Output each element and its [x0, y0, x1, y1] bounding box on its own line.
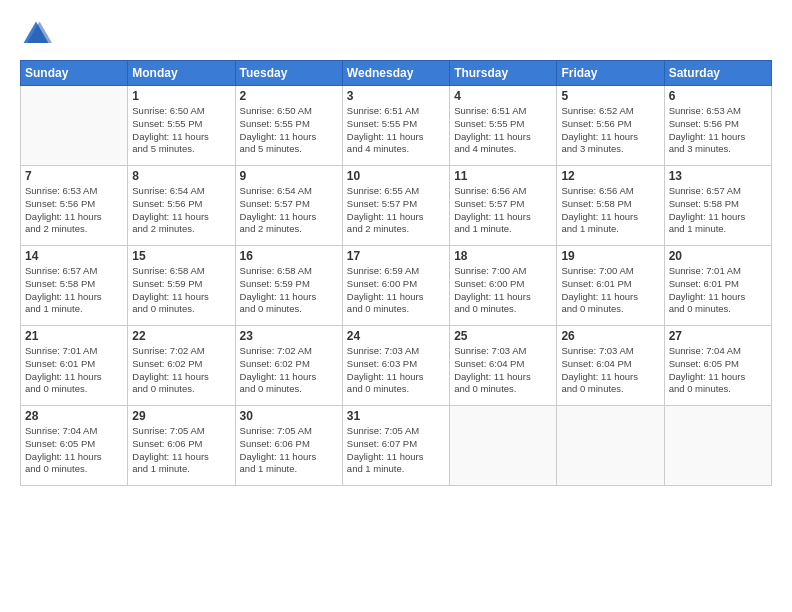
week-row-4: 21Sunrise: 7:01 AMSunset: 6:01 PMDayligh… [21, 326, 772, 406]
day-header-thursday: Thursday [450, 61, 557, 86]
calendar-cell: 7Sunrise: 6:53 AMSunset: 5:56 PMDaylight… [21, 166, 128, 246]
calendar-cell: 26Sunrise: 7:03 AMSunset: 6:04 PMDayligh… [557, 326, 664, 406]
day-info: Sunrise: 6:57 AMSunset: 5:58 PMDaylight:… [25, 265, 123, 316]
day-info: Sunrise: 7:01 AMSunset: 6:01 PMDaylight:… [669, 265, 767, 316]
day-info: Sunrise: 7:03 AMSunset: 6:04 PMDaylight:… [561, 345, 659, 396]
header [20, 18, 772, 50]
day-number: 10 [347, 169, 445, 183]
calendar-cell: 12Sunrise: 6:56 AMSunset: 5:58 PMDayligh… [557, 166, 664, 246]
day-number: 26 [561, 329, 659, 343]
day-number: 4 [454, 89, 552, 103]
day-number: 16 [240, 249, 338, 263]
day-info: Sunrise: 7:03 AMSunset: 6:04 PMDaylight:… [454, 345, 552, 396]
calendar-cell: 24Sunrise: 7:03 AMSunset: 6:03 PMDayligh… [342, 326, 449, 406]
day-number: 22 [132, 329, 230, 343]
day-number: 27 [669, 329, 767, 343]
day-info: Sunrise: 6:55 AMSunset: 5:57 PMDaylight:… [347, 185, 445, 236]
day-info: Sunrise: 7:00 AMSunset: 6:01 PMDaylight:… [561, 265, 659, 316]
day-info: Sunrise: 7:04 AMSunset: 6:05 PMDaylight:… [669, 345, 767, 396]
calendar-cell: 21Sunrise: 7:01 AMSunset: 6:01 PMDayligh… [21, 326, 128, 406]
day-number: 12 [561, 169, 659, 183]
day-info: Sunrise: 6:54 AMSunset: 5:56 PMDaylight:… [132, 185, 230, 236]
calendar-cell: 11Sunrise: 6:56 AMSunset: 5:57 PMDayligh… [450, 166, 557, 246]
calendar-cell: 31Sunrise: 7:05 AMSunset: 6:07 PMDayligh… [342, 406, 449, 486]
day-number: 8 [132, 169, 230, 183]
day-info: Sunrise: 7:05 AMSunset: 6:06 PMDaylight:… [240, 425, 338, 476]
calendar-cell: 17Sunrise: 6:59 AMSunset: 6:00 PMDayligh… [342, 246, 449, 326]
calendar-cell: 13Sunrise: 6:57 AMSunset: 5:58 PMDayligh… [664, 166, 771, 246]
day-header-wednesday: Wednesday [342, 61, 449, 86]
day-info: Sunrise: 6:58 AMSunset: 5:59 PMDaylight:… [132, 265, 230, 316]
day-info: Sunrise: 7:04 AMSunset: 6:05 PMDaylight:… [25, 425, 123, 476]
calendar-cell: 16Sunrise: 6:58 AMSunset: 5:59 PMDayligh… [235, 246, 342, 326]
day-number: 13 [669, 169, 767, 183]
day-info: Sunrise: 6:51 AMSunset: 5:55 PMDaylight:… [454, 105, 552, 156]
day-info: Sunrise: 6:53 AMSunset: 5:56 PMDaylight:… [669, 105, 767, 156]
calendar-cell: 19Sunrise: 7:00 AMSunset: 6:01 PMDayligh… [557, 246, 664, 326]
day-info: Sunrise: 6:51 AMSunset: 5:55 PMDaylight:… [347, 105, 445, 156]
week-row-1: 1Sunrise: 6:50 AMSunset: 5:55 PMDaylight… [21, 86, 772, 166]
day-number: 2 [240, 89, 338, 103]
logo-icon [20, 18, 52, 50]
day-info: Sunrise: 7:02 AMSunset: 6:02 PMDaylight:… [132, 345, 230, 396]
day-number: 25 [454, 329, 552, 343]
day-header-saturday: Saturday [664, 61, 771, 86]
day-info: Sunrise: 7:01 AMSunset: 6:01 PMDaylight:… [25, 345, 123, 396]
day-number: 24 [347, 329, 445, 343]
calendar-cell: 20Sunrise: 7:01 AMSunset: 6:01 PMDayligh… [664, 246, 771, 326]
day-info: Sunrise: 7:03 AMSunset: 6:03 PMDaylight:… [347, 345, 445, 396]
day-number: 3 [347, 89, 445, 103]
calendar-cell [664, 406, 771, 486]
day-header-tuesday: Tuesday [235, 61, 342, 86]
week-row-2: 7Sunrise: 6:53 AMSunset: 5:56 PMDaylight… [21, 166, 772, 246]
day-info: Sunrise: 6:59 AMSunset: 6:00 PMDaylight:… [347, 265, 445, 316]
week-row-3: 14Sunrise: 6:57 AMSunset: 5:58 PMDayligh… [21, 246, 772, 326]
logo [20, 18, 56, 50]
day-number: 14 [25, 249, 123, 263]
day-number: 30 [240, 409, 338, 423]
day-number: 1 [132, 89, 230, 103]
day-number: 19 [561, 249, 659, 263]
day-number: 11 [454, 169, 552, 183]
day-number: 31 [347, 409, 445, 423]
calendar-cell: 15Sunrise: 6:58 AMSunset: 5:59 PMDayligh… [128, 246, 235, 326]
day-number: 23 [240, 329, 338, 343]
page: SundayMondayTuesdayWednesdayThursdayFrid… [0, 0, 792, 612]
day-info: Sunrise: 6:54 AMSunset: 5:57 PMDaylight:… [240, 185, 338, 236]
calendar-cell: 23Sunrise: 7:02 AMSunset: 6:02 PMDayligh… [235, 326, 342, 406]
day-number: 9 [240, 169, 338, 183]
day-info: Sunrise: 6:53 AMSunset: 5:56 PMDaylight:… [25, 185, 123, 236]
day-info: Sunrise: 6:57 AMSunset: 5:58 PMDaylight:… [669, 185, 767, 236]
day-info: Sunrise: 6:56 AMSunset: 5:58 PMDaylight:… [561, 185, 659, 236]
day-info: Sunrise: 7:05 AMSunset: 6:07 PMDaylight:… [347, 425, 445, 476]
day-info: Sunrise: 7:00 AMSunset: 6:00 PMDaylight:… [454, 265, 552, 316]
calendar-cell: 10Sunrise: 6:55 AMSunset: 5:57 PMDayligh… [342, 166, 449, 246]
day-info: Sunrise: 7:02 AMSunset: 6:02 PMDaylight:… [240, 345, 338, 396]
calendar-cell: 25Sunrise: 7:03 AMSunset: 6:04 PMDayligh… [450, 326, 557, 406]
day-info: Sunrise: 6:56 AMSunset: 5:57 PMDaylight:… [454, 185, 552, 236]
calendar-cell [21, 86, 128, 166]
day-number: 7 [25, 169, 123, 183]
calendar-cell: 2Sunrise: 6:50 AMSunset: 5:55 PMDaylight… [235, 86, 342, 166]
calendar-cell: 22Sunrise: 7:02 AMSunset: 6:02 PMDayligh… [128, 326, 235, 406]
day-number: 20 [669, 249, 767, 263]
day-number: 15 [132, 249, 230, 263]
day-number: 6 [669, 89, 767, 103]
calendar-cell: 9Sunrise: 6:54 AMSunset: 5:57 PMDaylight… [235, 166, 342, 246]
day-number: 28 [25, 409, 123, 423]
day-number: 5 [561, 89, 659, 103]
day-header-sunday: Sunday [21, 61, 128, 86]
calendar-cell: 27Sunrise: 7:04 AMSunset: 6:05 PMDayligh… [664, 326, 771, 406]
day-header-friday: Friday [557, 61, 664, 86]
calendar-header-row: SundayMondayTuesdayWednesdayThursdayFrid… [21, 61, 772, 86]
calendar-cell: 1Sunrise: 6:50 AMSunset: 5:55 PMDaylight… [128, 86, 235, 166]
day-number: 21 [25, 329, 123, 343]
calendar-cell [450, 406, 557, 486]
day-number: 29 [132, 409, 230, 423]
calendar-cell: 18Sunrise: 7:00 AMSunset: 6:00 PMDayligh… [450, 246, 557, 326]
day-info: Sunrise: 6:50 AMSunset: 5:55 PMDaylight:… [132, 105, 230, 156]
day-number: 17 [347, 249, 445, 263]
calendar-cell: 4Sunrise: 6:51 AMSunset: 5:55 PMDaylight… [450, 86, 557, 166]
calendar-cell: 14Sunrise: 6:57 AMSunset: 5:58 PMDayligh… [21, 246, 128, 326]
day-header-monday: Monday [128, 61, 235, 86]
